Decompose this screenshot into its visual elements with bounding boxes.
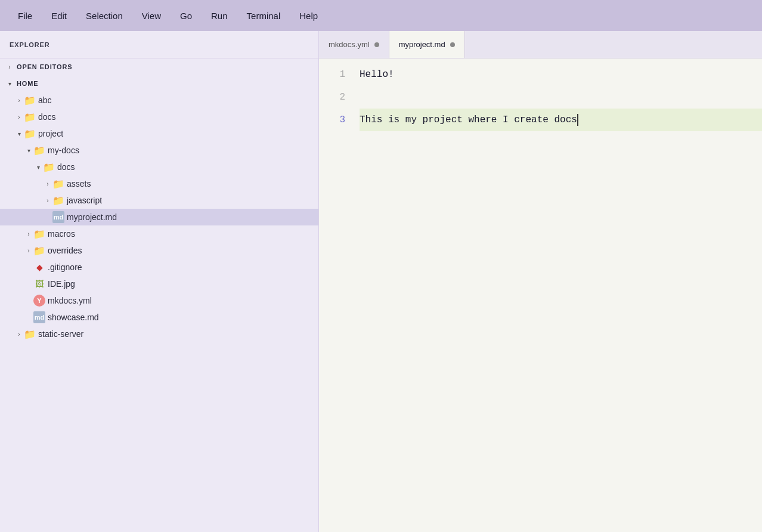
sidebar-item-myproject-md[interactable]: md myproject.md: [0, 209, 318, 225]
menu-edit[interactable]: Edit: [43, 7, 75, 24]
docs-nested-chevron-icon: [33, 162, 43, 172]
sidebar-item-macros[interactable]: 📁 macros: [0, 225, 318, 242]
tab-bar: mkdocs.yml myproject.md: [319, 31, 762, 58]
line-numbers: 1 2 3: [319, 63, 355, 527]
menu-help[interactable]: Help: [291, 7, 326, 24]
showcase-md-label: showcase.md: [48, 313, 99, 322]
myproject-md-icon: md: [52, 211, 64, 223]
code-line-1: Hello!: [360, 63, 762, 86]
macros-chevron-icon: [24, 229, 33, 239]
menu-run[interactable]: Run: [203, 7, 236, 24]
editor-area: mkdocs.yml myproject.md 1 2 3 Hello! Thi…: [319, 31, 762, 532]
sidebar-item-javascript[interactable]: 📁 javascript: [0, 192, 318, 209]
editor-content[interactable]: 1 2 3 Hello! This is my project where I …: [319, 58, 762, 532]
docs-chevron-icon: [14, 112, 24, 122]
tab-mkdocs-yml-modified-dot: [374, 42, 379, 47]
javascript-label: javascript: [67, 196, 102, 205]
tab-mkdocs-yml[interactable]: mkdocs.yml: [319, 31, 389, 58]
project-folder-icon: 📁: [24, 128, 36, 140]
line-number-3: 3: [319, 109, 345, 131]
macros-folder-icon: 📁: [33, 228, 45, 240]
assets-chevron-icon: [43, 179, 52, 188]
docs-nested-label: docs: [57, 162, 75, 172]
home-label: HOME: [17, 80, 39, 87]
sidebar-item-open-editors[interactable]: OPEN EDITORS: [0, 58, 318, 75]
sidebar-item-docs[interactable]: 📁 docs: [0, 109, 318, 125]
abc-label: abc: [38, 95, 52, 105]
myproject-md-label: myproject.md: [67, 212, 117, 222]
my-docs-folder-icon: 📁: [33, 144, 45, 156]
sidebar-item-my-docs[interactable]: 📁 my-docs: [0, 142, 318, 159]
assets-folder-icon: 📁: [52, 178, 64, 190]
gitignore-icon: ◆: [33, 261, 45, 273]
line-number-2: 2: [319, 86, 345, 109]
text-cursor: [577, 114, 578, 126]
static-server-chevron-icon: [14, 329, 24, 339]
sidebar: EXPLORER OPEN EDITORS HOME 📁 abc 📁 docs …: [0, 31, 319, 532]
sidebar-item-showcase-md[interactable]: md showcase.md: [0, 309, 318, 326]
my-docs-label: my-docs: [48, 146, 79, 155]
overrides-label: overrides: [48, 246, 82, 255]
abc-chevron-icon: [14, 95, 24, 105]
gitignore-label: .gitignore: [48, 262, 82, 272]
menu-go[interactable]: Go: [172, 7, 200, 24]
open-editors-label: OPEN EDITORS: [17, 63, 72, 70]
tab-mkdocs-yml-label: mkdocs.yml: [329, 40, 370, 49]
sidebar-item-gitignore[interactable]: ◆ .gitignore: [0, 259, 318, 276]
menu-selection[interactable]: Selection: [78, 7, 131, 24]
static-server-folder-icon: 📁: [24, 328, 36, 340]
javascript-folder-icon: 📁: [52, 194, 64, 206]
mkdocs-yml-icon: Y: [33, 295, 45, 307]
sidebar-item-mkdocs-yml[interactable]: Y mkdocs.yml: [0, 292, 318, 309]
showcase-md-icon: md: [33, 311, 45, 323]
abc-folder-icon: 📁: [24, 94, 36, 106]
sidebar-item-overrides[interactable]: 📁 overrides: [0, 242, 318, 259]
project-label: project: [38, 129, 63, 138]
sidebar-item-docs-nested[interactable]: 📁 docs: [0, 159, 318, 175]
menu-file[interactable]: File: [10, 7, 41, 24]
sidebar-item-abc[interactable]: 📁 abc: [0, 92, 318, 109]
sidebar-item-project[interactable]: 📁 project: [0, 125, 318, 142]
tab-myproject-md-label: myproject.md: [399, 40, 445, 49]
menubar: File Edit Selection View Go Run Terminal…: [0, 0, 762, 31]
tab-myproject-md[interactable]: myproject.md: [389, 31, 465, 58]
main-area: EXPLORER OPEN EDITORS HOME 📁 abc 📁 docs …: [0, 31, 762, 532]
open-editors-chevron-icon: [5, 62, 14, 72]
code-line-3-text: This is my project where I create docs: [360, 115, 577, 125]
project-chevron-icon: [14, 129, 24, 138]
code-lines: Hello! This is my project where I create…: [355, 63, 762, 527]
home-chevron-icon: [5, 79, 14, 88]
sidebar-item-home[interactable]: HOME: [0, 75, 318, 92]
docs-folder-icon: 📁: [24, 111, 36, 123]
sidebar-item-assets[interactable]: 📁 assets: [0, 175, 318, 192]
ide-jpg-label: IDE.jpg: [48, 279, 75, 289]
overrides-chevron-icon: [24, 246, 33, 255]
sidebar-header: EXPLORER: [0, 31, 318, 58]
sidebar-title: EXPLORER: [10, 41, 50, 48]
javascript-chevron-icon: [43, 196, 52, 205]
assets-label: assets: [67, 179, 91, 188]
docs-nested-folder-icon: 📁: [43, 161, 55, 173]
code-line-3: This is my project where I create docs: [360, 109, 762, 131]
code-line-2: [360, 86, 762, 109]
sidebar-item-ide-jpg[interactable]: 🖼 IDE.jpg: [0, 276, 318, 292]
menu-terminal[interactable]: Terminal: [238, 7, 289, 24]
macros-label: macros: [48, 229, 75, 239]
line-number-1: 1: [319, 63, 345, 86]
overrides-folder-icon: 📁: [33, 245, 45, 256]
static-server-label: static-server: [38, 329, 83, 339]
docs-label: docs: [38, 112, 56, 122]
ide-jpg-icon: 🖼: [33, 278, 45, 290]
mkdocs-yml-label: mkdocs.yml: [48, 296, 92, 305]
menu-view[interactable]: View: [134, 7, 169, 24]
sidebar-item-static-server[interactable]: 📁 static-server: [0, 326, 318, 342]
tab-myproject-md-modified-dot: [450, 42, 455, 47]
my-docs-chevron-icon: [24, 146, 33, 155]
